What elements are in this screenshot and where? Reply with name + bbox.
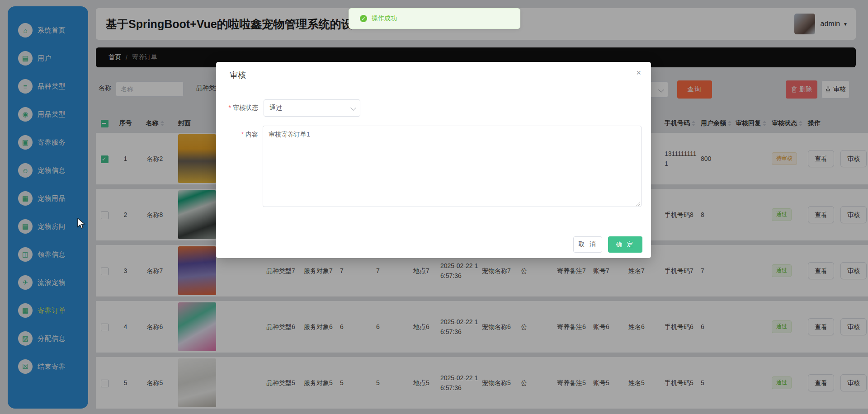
cancel-button[interactable]: 取 消 [573, 236, 602, 253]
dialog-title: 审核 [230, 70, 246, 80]
resize-handle-icon[interactable] [635, 201, 640, 206]
audit-status-label-text: 审核状态 [233, 104, 258, 111]
content-textarea-value: 审核寄养订单1 [269, 131, 310, 138]
cancel-button-label: 取 消 [579, 240, 597, 249]
chevron-down-icon [350, 105, 356, 111]
content-textarea[interactable]: 审核寄养订单1 [263, 126, 642, 207]
audit-status-label: 审核状态 [215, 104, 258, 112]
success-toast: ✓ 操作成功 [349, 8, 520, 29]
audit-status-value: 通过 [269, 104, 282, 112]
toast-message: 操作成功 [372, 14, 397, 23]
mouse-cursor [77, 218, 87, 230]
audit-status-select[interactable]: 通过 [264, 99, 360, 117]
check-circle-icon: ✓ [360, 15, 367, 22]
close-icon[interactable]: × [636, 68, 641, 78]
confirm-button[interactable]: 确 定 [608, 236, 642, 253]
content-label: 内容 [232, 131, 258, 139]
content-label-text: 内容 [245, 131, 258, 138]
audit-dialog: 审核 × 审核状态 通过 内容 审核寄养订单1 取 消 确 定 [216, 62, 651, 258]
confirm-button-label: 确 定 [616, 240, 635, 249]
